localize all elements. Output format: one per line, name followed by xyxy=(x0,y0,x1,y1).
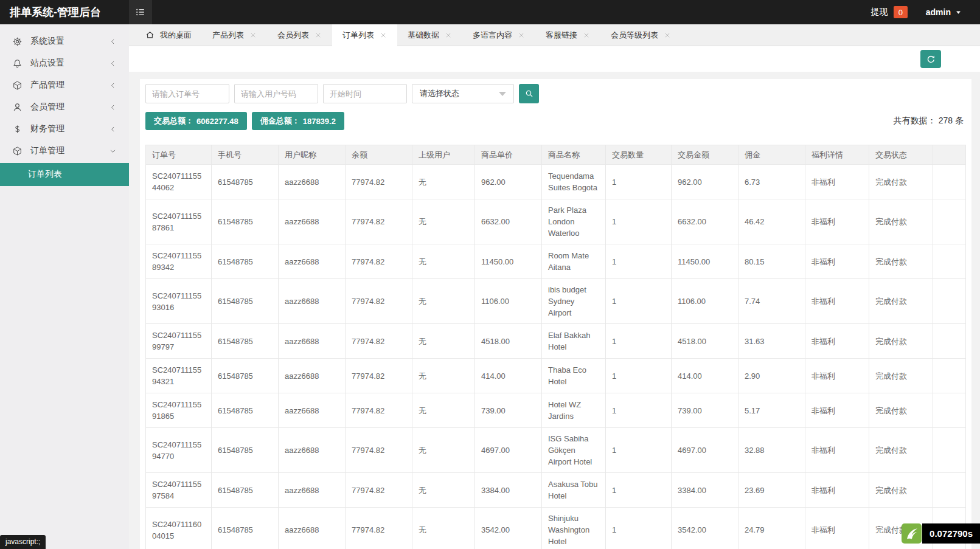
caret-down-icon xyxy=(955,9,962,16)
table-row: SC2407111559758461548785aazz668877974.82… xyxy=(146,473,966,508)
table-cell: aazz6688 xyxy=(279,428,346,473)
sidebar-item-site-settings[interactable]: 站点设置 xyxy=(0,52,129,74)
table-row: SC2407111558786161548785aazz668877974.82… xyxy=(146,199,966,244)
sidebar-item-system-settings[interactable]: 系统设置 xyxy=(0,30,129,52)
table-cell-extra xyxy=(933,359,966,393)
table-row: SC2407111559186561548785aazz668877974.82… xyxy=(146,393,966,428)
search-button[interactable] xyxy=(519,84,539,103)
sidebar-item-finance-management[interactable]: 财务管理 xyxy=(0,118,129,140)
sidebar-toggle-button[interactable] xyxy=(129,0,152,24)
table-cell: 1106.00 xyxy=(672,279,738,324)
table-cell: SC24071115593016 xyxy=(146,279,212,324)
table-cell: 无 xyxy=(412,165,475,199)
app-title: 排单系统-管理后台 xyxy=(0,5,129,19)
table-cell: 77974.82 xyxy=(346,324,412,359)
table-cell: 1 xyxy=(606,165,672,199)
performance-widget: 0.072790s xyxy=(902,523,980,544)
link-hint-tooltip: javascript:; xyxy=(0,535,46,549)
tab-member-list[interactable]: 会员列表 xyxy=(267,24,332,46)
total-commission-badge: 佣金总额： 187839.2 xyxy=(252,112,344,130)
table-cell: aazz6688 xyxy=(279,393,346,428)
main-area: 我的桌面 产品列表 会员列表 订单列表 基础数据 多语言内容 客服链接 会员等级… xyxy=(129,24,980,549)
table-cell: 非福利 xyxy=(805,244,869,279)
sidebar-item-product-management[interactable]: 产品管理 xyxy=(0,74,129,96)
table-cell: 61548785 xyxy=(212,279,279,324)
tab-service-link[interactable]: 客服链接 xyxy=(535,24,600,46)
tab-label: 会员列表 xyxy=(277,30,309,41)
tabs-bar: 我的桌面 产品列表 会员列表 订单列表 基础数据 多语言内容 客服链接 会员等级… xyxy=(129,24,980,46)
table-cell: 无 xyxy=(412,324,475,359)
close-icon[interactable] xyxy=(664,32,671,39)
col-header-5: 商品单价 xyxy=(475,145,542,165)
chevron-left-icon xyxy=(109,60,117,67)
tab-label: 会员等级列表 xyxy=(611,30,658,41)
table-cell: 非福利 xyxy=(805,359,869,393)
table-cell: 77974.82 xyxy=(346,508,412,549)
sidebar-menu: 系统设置 站点设置 产品管理 会员管理 财务管理 订单管理 xyxy=(0,30,129,162)
col-header-9: 佣金 xyxy=(738,145,805,165)
list-icon xyxy=(134,6,147,18)
close-icon[interactable] xyxy=(249,32,257,39)
col-header-2: 用户昵称 xyxy=(279,145,346,165)
table-cell: 77974.82 xyxy=(346,393,412,428)
tab-order-list[interactable]: 订单列表 xyxy=(332,24,397,46)
table-cell: aazz6688 xyxy=(279,324,346,359)
withdraw-link[interactable]: 提现 0 xyxy=(871,6,908,18)
table-cell: 2.90 xyxy=(738,359,805,393)
table-cell: 4518.00 xyxy=(672,324,738,359)
table-cell: 77974.82 xyxy=(346,359,412,393)
tab-product-list[interactable]: 产品列表 xyxy=(202,24,267,46)
tab-desktop[interactable]: 我的桌面 xyxy=(135,24,202,46)
close-icon[interactable] xyxy=(315,32,322,39)
table-cell-extra xyxy=(933,324,966,359)
table-cell: SC24071115594770 xyxy=(146,428,212,473)
table-row: SC2407111559301661548785aazz668877974.82… xyxy=(146,279,966,324)
table-cell: 61548785 xyxy=(212,508,279,549)
table-cell: 46.42 xyxy=(738,199,805,244)
table-cell: 3384.00 xyxy=(672,473,738,508)
table-cell: 非福利 xyxy=(805,165,869,199)
filter-bar: 请选择状态 xyxy=(145,84,966,103)
table-cell: 3542.00 xyxy=(475,508,542,549)
tab-member-level-list[interactable]: 会员等级列表 xyxy=(600,24,681,46)
sidebar-subitem-order-list[interactable]: 订单列表 xyxy=(0,163,129,186)
col-header-0: 订单号 xyxy=(146,145,212,165)
table-cell: 1 xyxy=(606,393,672,428)
start-time-input[interactable] xyxy=(323,84,407,103)
record-count-label: 共有数据： xyxy=(894,116,936,125)
total-commission-label: 佣金总额： xyxy=(260,116,300,126)
toolbar xyxy=(129,46,980,72)
table-cell: 完成付款 xyxy=(869,393,933,428)
record-count-value: 278 条 xyxy=(939,116,964,125)
load-time: 0.072790s xyxy=(922,523,980,544)
close-icon[interactable] xyxy=(518,32,525,39)
table-cell: 1 xyxy=(606,359,672,393)
table-cell: 77974.82 xyxy=(346,473,412,508)
refresh-button[interactable] xyxy=(920,50,941,68)
table-cell: Asakusa Tobu Hotel xyxy=(542,473,606,508)
total-trade-badge: 交易总额： 6062277.48 xyxy=(145,112,247,130)
table-cell: 非福利 xyxy=(805,508,869,549)
table-cell: Shinjuku Washington Hotel xyxy=(542,508,606,549)
summary-bar: 交易总额： 6062277.48 佣金总额： 187839.2 共有数据： 27… xyxy=(145,112,966,130)
table-cell: SC24071115589342 xyxy=(146,244,212,279)
tab-multilang-content[interactable]: 多语言内容 xyxy=(462,24,535,46)
total-trade-value: 6062277.48 xyxy=(196,117,238,126)
bell-icon xyxy=(12,58,23,69)
status-select[interactable]: 请选择状态 xyxy=(412,84,514,103)
close-icon[interactable] xyxy=(380,32,387,39)
table-cell: Thaba Eco Hotel xyxy=(542,359,606,393)
table-cell: 无 xyxy=(412,199,475,244)
close-icon[interactable] xyxy=(445,32,452,39)
table-cell: aazz6688 xyxy=(279,473,346,508)
table-cell: 非福利 xyxy=(805,393,869,428)
order-no-input[interactable] xyxy=(145,84,229,103)
close-icon[interactable] xyxy=(583,32,590,39)
table-cell: 11450.00 xyxy=(672,244,738,279)
sidebar-item-member-management[interactable]: 会员管理 xyxy=(0,96,129,118)
user-no-input[interactable] xyxy=(234,84,318,103)
table-cell: aazz6688 xyxy=(279,279,346,324)
sidebar-item-order-management[interactable]: 订单管理 xyxy=(0,140,129,162)
tab-base-data[interactable]: 基础数据 xyxy=(397,24,462,46)
user-menu[interactable]: admin xyxy=(926,7,962,17)
